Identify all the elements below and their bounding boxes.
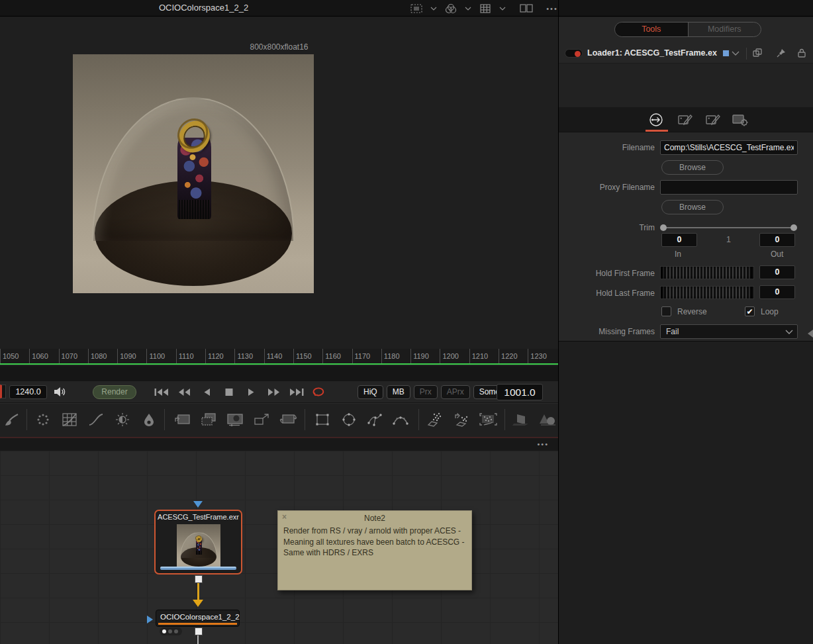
chevron-down-icon[interactable] bbox=[732, 48, 743, 58]
trim-in-caption: In bbox=[675, 250, 681, 259]
play-reverse-icon[interactable] bbox=[199, 385, 215, 399]
node-graph[interactable]: ACESCG_TestFrame.exr OCIOColorspace1_2_2… bbox=[0, 451, 558, 644]
ellipsis-icon[interactable]: ••• bbox=[545, 3, 559, 15]
timeline-tick: 1120 bbox=[205, 349, 234, 363]
transform-icon[interactable] bbox=[278, 410, 298, 429]
transport-bar: 1240.0 Render HiQ MB bbox=[0, 381, 558, 403]
fast-forward-icon[interactable] bbox=[266, 385, 282, 399]
rectangle-mask-icon[interactable] bbox=[312, 410, 332, 429]
chevron-down-icon[interactable] bbox=[464, 3, 472, 15]
file-in-icon[interactable] bbox=[648, 112, 664, 128]
node-ocio-colorspace[interactable]: OCIOColorspace1_2_2 bbox=[156, 610, 240, 627]
hold-last-frame-label: Hold Last Frame bbox=[559, 289, 655, 298]
ocio-output-connector[interactable] bbox=[195, 627, 203, 635]
marquee-icon[interactable] bbox=[409, 3, 424, 15]
trim-mid-value: 1 bbox=[726, 235, 731, 244]
copy-icon[interactable] bbox=[752, 48, 764, 58]
missing-frames-dropdown[interactable]: Fail bbox=[660, 324, 798, 339]
timeline-tick: 1110 bbox=[176, 349, 205, 363]
skip-start-icon[interactable] bbox=[154, 385, 169, 399]
bspline-mask-icon[interactable] bbox=[391, 410, 410, 429]
loop-icon[interactable] bbox=[311, 385, 327, 399]
note-sticky[interactable]: × Note2 Render from RS / vray / arnold w… bbox=[277, 510, 472, 590]
trim-slider-track[interactable] bbox=[663, 227, 795, 228]
grain-icon[interactable] bbox=[33, 410, 53, 429]
filename-input[interactable] bbox=[660, 140, 798, 155]
trim-in-handle[interactable] bbox=[660, 224, 667, 231]
color-wheels-icon[interactable] bbox=[444, 3, 458, 15]
note-title: Note2 bbox=[278, 514, 471, 523]
cache-indicator-bar bbox=[160, 567, 236, 570]
particle-render-icon[interactable] bbox=[478, 410, 498, 429]
active-tab-underline bbox=[646, 130, 668, 132]
stop-icon[interactable] bbox=[221, 385, 237, 399]
shape-3d-icon[interactable] bbox=[538, 410, 557, 429]
format-settings-icon[interactable] bbox=[732, 112, 747, 128]
color-swatch-icon[interactable] bbox=[722, 50, 730, 57]
polygon-mask-icon[interactable] bbox=[365, 410, 385, 429]
loop-label: Loop bbox=[761, 307, 779, 316]
fast-rewind-icon[interactable] bbox=[176, 385, 192, 399]
color-gain-icon[interactable] bbox=[86, 410, 106, 429]
inspector-tabs-row: Tools Modifiers bbox=[559, 17, 813, 44]
brightness-contrast-icon[interactable] bbox=[113, 410, 132, 429]
play-icon[interactable] bbox=[244, 385, 260, 399]
timeline-tick: 1090 bbox=[117, 349, 146, 363]
merge-icon[interactable] bbox=[199, 410, 218, 429]
chevron-down-icon[interactable] bbox=[430, 3, 438, 15]
hold-first-frame-field[interactable]: 0 bbox=[759, 265, 795, 279]
proxy-filename-input[interactable] bbox=[660, 180, 798, 195]
image-edit-icon[interactable] bbox=[677, 112, 693, 128]
aprx-toggle[interactable]: APrx bbox=[441, 385, 470, 399]
panel-resize-arrow[interactable] bbox=[808, 330, 813, 338]
dve-icon[interactable] bbox=[172, 410, 192, 429]
timeline-ruler[interactable]: 1050 1060 1070 1080 1090 1100 1110 1120 … bbox=[0, 349, 558, 363]
image-plane-3d-icon[interactable] bbox=[511, 410, 531, 429]
color-curves-icon[interactable] bbox=[60, 410, 79, 429]
ocio-input-arrow[interactable] bbox=[147, 616, 153, 623]
mb-toggle[interactable]: MB bbox=[387, 385, 410, 399]
node-loader[interactable]: ACESCG_TestFrame.exr bbox=[154, 510, 242, 575]
trim-out-handle[interactable] bbox=[790, 224, 797, 231]
range-start-field-clipped[interactable] bbox=[0, 385, 6, 398]
ellipse-mask-icon[interactable] bbox=[339, 410, 359, 429]
lock-icon[interactable] bbox=[796, 48, 808, 58]
hold-last-frame-wheel[interactable] bbox=[660, 286, 754, 299]
proxy-browse-button[interactable]: Browse bbox=[661, 200, 724, 214]
image-edit2-icon[interactable] bbox=[705, 112, 721, 128]
chevron-down-icon[interactable] bbox=[499, 3, 506, 15]
blur-icon[interactable] bbox=[139, 410, 159, 429]
pin-icon[interactable] bbox=[776, 48, 788, 58]
reverse-checkbox[interactable] bbox=[661, 306, 671, 316]
speaker-icon[interactable] bbox=[53, 385, 68, 398]
loader-input-arrow[interactable] bbox=[193, 501, 203, 508]
trim-in-field[interactable]: 0 bbox=[661, 233, 697, 247]
tab-modifiers[interactable]: Modifiers bbox=[689, 23, 761, 36]
browse-button[interactable]: Browse bbox=[661, 160, 724, 175]
particle-direction-icon[interactable] bbox=[452, 410, 471, 429]
connection-line bbox=[197, 583, 199, 600]
timeline-tick: 1200 bbox=[440, 349, 469, 363]
skip-end-icon[interactable] bbox=[289, 385, 305, 399]
hiq-toggle[interactable]: HiQ bbox=[358, 385, 383, 399]
range-end-field[interactable]: 1240.0 bbox=[9, 385, 47, 399]
render-button[interactable]: Render bbox=[93, 385, 136, 399]
loop-checkbox[interactable]: ✔ bbox=[745, 306, 755, 316]
particle-emitter-icon[interactable] bbox=[425, 410, 445, 429]
power-toggle-icon[interactable] bbox=[565, 49, 583, 58]
matte-control-icon[interactable] bbox=[225, 410, 245, 429]
hold-first-frame-wheel[interactable] bbox=[660, 266, 754, 279]
tab-tools[interactable]: Tools bbox=[615, 23, 689, 36]
loader-output-connector[interactable] bbox=[195, 575, 203, 583]
split-view-icon[interactable] bbox=[519, 3, 534, 15]
prx-toggle[interactable]: Prx bbox=[414, 385, 438, 399]
resize-icon[interactable] bbox=[252, 410, 271, 429]
hold-last-frame-field[interactable]: 0 bbox=[759, 285, 795, 299]
node-editor-options-icon[interactable]: ••• bbox=[537, 440, 549, 448]
current-frame-field[interactable]: 1001.0 bbox=[497, 384, 543, 400]
trim-out-field[interactable]: 0 bbox=[759, 233, 795, 247]
grid-icon[interactable] bbox=[478, 3, 493, 15]
timeline-scroll-track bbox=[0, 366, 558, 381]
paint-icon[interactable] bbox=[3, 410, 23, 429]
loader-controls: Filename Browse Proxy Filename Browse Tr… bbox=[559, 132, 813, 342]
